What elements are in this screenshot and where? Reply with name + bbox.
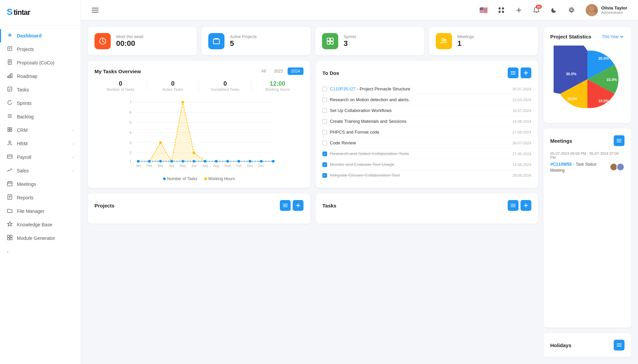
sidebar-item-sales[interactable]: Sales ›: [0, 164, 81, 177]
apps-icon[interactable]: [495, 4, 507, 16]
svg-rect-46: [499, 11, 501, 13]
todo-checkbox-8[interactable]: ✓: [322, 162, 327, 167]
svg-rect-45: [502, 7, 504, 9]
sidebar-item-meetings[interactable]: Meetings: [0, 177, 81, 191]
completed-tasks-value: 0: [199, 80, 251, 87]
flag-icon[interactable]: 🇺🇸: [478, 4, 490, 16]
sidebar-label-tasks: Tasks: [17, 87, 29, 92]
sidebar-item-roadmap[interactable]: Roadmap: [0, 69, 81, 83]
meetings-list-button[interactable]: [614, 135, 624, 146]
filter-tab-all[interactable]: All: [258, 67, 269, 75]
project-stats-period-select[interactable]: This Year: [601, 34, 624, 39]
user-role: Administrator: [601, 10, 627, 15]
svg-point-111: [249, 160, 251, 163]
svg-point-90: [159, 141, 162, 144]
tasks-card: Tasks: [316, 193, 538, 224]
working-hours-stat: 12:00 Working Hours: [251, 80, 303, 91]
tasks-stats-row: 0 Number of Tasks 0 Active Tasks 0 Compl…: [95, 80, 303, 91]
file-manager-icon: [7, 208, 13, 215]
sidebar-label-file-manager: File Manager: [17, 208, 45, 214]
todo-date-8: 14-08-2024: [512, 163, 531, 167]
svg-rect-55: [327, 38, 330, 41]
stat-cards: Work this week 00:00 Active Projects 5: [88, 27, 538, 55]
todos-add-button[interactable]: [521, 67, 531, 78]
sidebar-item-payroll[interactable]: Payroll ›: [0, 150, 81, 164]
num-tasks-value: 0: [95, 80, 147, 87]
todo-text-6: Code Review: [330, 140, 510, 145]
holidays-list-button[interactable]: [614, 340, 624, 351]
todo-checkbox-2[interactable]: [322, 97, 327, 102]
sidebar-label-hrm: HRM: [17, 141, 28, 146]
reports-icon: [7, 194, 13, 201]
todo-checkbox-6[interactable]: [322, 141, 327, 145]
tasks-add-button[interactable]: [521, 200, 531, 211]
pie-chart-container: 20.0% 10.0% 10.0% 30.0% 30.0%: [550, 42, 624, 116]
tasks-btn-group: [508, 200, 531, 211]
todo-checkbox-7[interactable]: ✓: [322, 151, 327, 156]
sidebar-item-knowledge-base[interactable]: Knowledge Base: [0, 218, 81, 231]
svg-rect-56: [330, 38, 333, 41]
active-projects-label: Active Projects: [230, 34, 257, 39]
sidebar-label-crm: CRM: [17, 128, 28, 133]
todo-checkbox-4[interactable]: [322, 119, 327, 124]
sprints-label: Sprints: [344, 34, 356, 39]
filter-tab-2024[interactable]: 2024: [288, 67, 303, 75]
projects-list-button[interactable]: [280, 200, 291, 211]
sidebar-item-backlog[interactable]: Backlog: [0, 110, 81, 123]
sidebar-item-hrm[interactable]: HRM ›: [0, 137, 81, 150]
sidebar-item-file-manager[interactable]: File Manager: [0, 204, 81, 218]
meeting-time-range: 05-07-2024 06:00 PM - 05-07-2024 07:00 P…: [550, 151, 624, 160]
sidebar-item-reports[interactable]: Reports: [0, 191, 81, 204]
chart-area: 7 6 5 4 3 2 1 Jan Feb Mar Apr M: [95, 95, 303, 181]
todo-link-1[interactable]: C110P35-I27: [330, 86, 356, 91]
crm-icon: [7, 127, 13, 134]
svg-text:tintar: tintar: [14, 8, 30, 17]
svg-point-107: [204, 160, 207, 163]
tasks-list-button[interactable]: [508, 200, 519, 211]
plus-icon[interactable]: [513, 4, 525, 16]
active-tasks-stat: 0 Active Tasks: [147, 80, 199, 91]
sidebar-item-dashboard[interactable]: Dashboard: [0, 29, 81, 43]
svg-text:10.0%: 10.0%: [606, 78, 617, 82]
num-tasks-label: Number of Tasks: [95, 87, 147, 91]
settings-icon[interactable]: [565, 4, 578, 16]
todo-checkbox-3[interactable]: [322, 108, 327, 113]
menu-toggle-button[interactable]: [89, 4, 101, 16]
sidebar-item-projects[interactable]: Projects: [0, 43, 81, 56]
dark-mode-icon[interactable]: [548, 4, 560, 16]
filter-tab-2023[interactable]: 2023: [271, 67, 287, 75]
todo-checkbox-5[interactable]: [322, 130, 327, 135]
tasks-overview-title: My Tasks Overview: [95, 68, 141, 74]
meeting-link[interactable]: #C110M55: [550, 162, 572, 167]
project-stats-title: Project Statistics: [550, 34, 591, 39]
tasks-card-header: Tasks: [322, 200, 531, 211]
sidebar-item-tasks[interactable]: Tasks: [0, 83, 81, 96]
todo-checkbox-1[interactable]: [322, 87, 327, 91]
todos-card: To Dos C110P35-I: [316, 61, 538, 188]
filter-tabs: All 2023 2024: [258, 67, 303, 75]
svg-text:Feb: Feb: [147, 164, 153, 168]
svg-text:5: 5: [129, 120, 131, 124]
todo-item-3: Set Up Collaboration Workflows 18-07-202…: [322, 105, 531, 116]
svg-rect-39: [7, 238, 9, 240]
svg-text:6: 6: [129, 110, 131, 114]
user-profile[interactable]: Olivia Taylor Administrator: [583, 3, 630, 18]
todo-item-9: ✓ Integrate Chosen Collaboration Tool 29…: [322, 170, 531, 180]
sidebar-item-sprints[interactable]: Sprints: [0, 96, 81, 110]
holidays-card: Holidays: [543, 333, 631, 357]
num-tasks-stat: 0 Number of Tasks: [95, 80, 147, 91]
sidebar-item-proposals[interactable]: Proposals (CoCo): [0, 56, 81, 69]
meeting-link-container: #C110M55 - Task Status Meeting: [550, 161, 607, 173]
notification-bell-icon[interactable]: 55: [530, 4, 542, 16]
todo-checkbox-9[interactable]: ✓: [322, 173, 327, 178]
sidebar-item-crm[interactable]: CRM ›: [0, 123, 81, 137]
sidebar: S tintar Dashboard Projects Proposals (C…: [0, 0, 81, 364]
sidebar-item-module-generator[interactable]: Module Generator: [0, 231, 81, 245]
svg-point-113: [272, 160, 275, 163]
todo-item-1: C110P35-I27 - Project Pinnacle Structure…: [322, 84, 531, 94]
projects-add-button[interactable]: [293, 200, 303, 211]
todos-list-button[interactable]: [508, 67, 519, 78]
avatar: [586, 4, 598, 16]
sidebar-label-proposals: Proposals (CoCo): [17, 60, 54, 65]
svg-rect-58: [330, 41, 333, 44]
